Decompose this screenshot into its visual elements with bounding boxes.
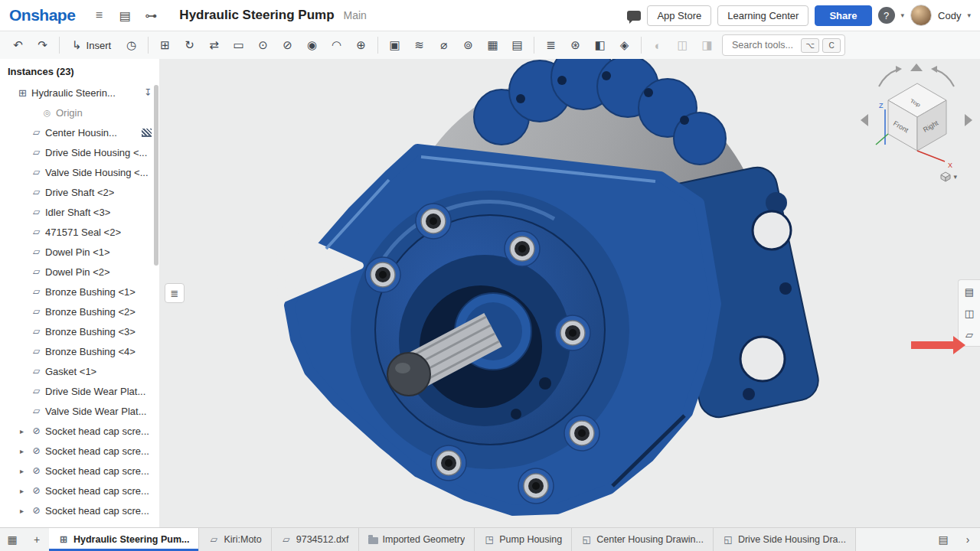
instance-row[interactable]: Dowel Pin <1> (0, 242, 159, 262)
workspace-name[interactable]: Main (344, 9, 367, 21)
instance-row[interactable]: Bronze Bushing <1> (0, 282, 159, 302)
document-tab[interactable]: Pump Housing (475, 528, 572, 551)
toolbar-tool-button[interactable]: ↻ (178, 34, 201, 56)
instance-row[interactable]: Bronze Bushing <4> (0, 341, 159, 361)
instance-row[interactable]: Socket head cap scre... (0, 500, 159, 520)
toolbar-tool-button[interactable]: ◈ (612, 34, 636, 56)
tool-icon: ⊛ (570, 38, 580, 52)
view-cube[interactable]: Top Front Right Z X (858, 60, 977, 183)
toolbar-tool-button[interactable]: ▦ (481, 34, 505, 56)
share-button[interactable]: Share (815, 5, 871, 26)
versions-graph-icon[interactable]: ⊶ (141, 5, 161, 25)
app-store-button[interactable]: App Store (647, 5, 711, 26)
toolbar-tool-button[interactable]: ⊚ (456, 34, 480, 56)
toolbar-tool-button[interactable]: ◨ (695, 34, 719, 56)
help-caret-icon[interactable]: ▾ (901, 11, 905, 19)
instance-row[interactable]: Center Housin... (0, 122, 159, 142)
roll-cw-arrow-icon[interactable] (936, 70, 954, 86)
toolbar-tool-button[interactable]: ▤ (505, 34, 529, 56)
rotate-left-arrow-icon[interactable] (861, 114, 868, 126)
search-tools-box[interactable]: ⌥ C (722, 34, 845, 56)
instance-label: Origin (54, 107, 83, 119)
onshape-logo[interactable]: Onshape (9, 6, 75, 24)
document-tab[interactable]: Hydraulic Steering Pum... (49, 528, 199, 551)
tab-type-icon (368, 537, 378, 544)
roll-ccw-arrow-icon[interactable] (879, 70, 897, 86)
instance-row[interactable]: Bronze Bushing <2> (0, 302, 159, 321)
instance-row[interactable]: Bronze Bushing <3> (0, 321, 159, 341)
document-tab[interactable]: Kiri:Moto (199, 528, 271, 551)
toolbar-tool-button[interactable]: ◐ (646, 34, 670, 56)
toolbar-tool-button[interactable]: ◠ (325, 34, 348, 56)
document-tab[interactable]: Imported Geometry (359, 528, 475, 551)
toolbar-tool-button[interactable]: ≣ (539, 34, 563, 56)
instance-trailing-icon[interactable] (142, 129, 152, 137)
document-tab[interactable]: Center Housing Drawin... (572, 528, 714, 551)
main-menu-icon[interactable]: ≡ (89, 5, 109, 25)
instance-row[interactable]: Idler Shaft <3> (0, 202, 159, 222)
redo-button[interactable]: ↷ (31, 34, 54, 56)
document-tab[interactable]: 9734512.dxf (272, 528, 359, 551)
rotate-up-arrow-icon[interactable] (910, 64, 923, 71)
toolbar-tool-button[interactable]: ⊙ (251, 34, 275, 56)
expand-chevron-icon[interactable] (20, 507, 30, 515)
add-tab-button[interactable]: + (24, 528, 49, 551)
toolbar-tool-button[interactable]: ⊘ (276, 34, 299, 56)
instance-row[interactable]: Drive Side Wear Plat... (0, 381, 159, 401)
user-avatar[interactable] (910, 5, 932, 26)
comments-icon[interactable] (627, 11, 641, 21)
toolbar-tool-button[interactable]: ◧ (588, 34, 612, 56)
document-tab[interactable]: Drive Side Housing Dra... (714, 528, 856, 551)
instance-type-icon (30, 227, 43, 237)
toolbar-tool-button[interactable]: ◫ (671, 34, 694, 56)
expand-chevron-icon[interactable] (20, 427, 30, 435)
toolbar-tool-button[interactable]: ⇄ (202, 34, 226, 56)
learning-center-button[interactable]: Learning Center (717, 5, 808, 26)
instance-row[interactable]: Drive Side Housing <... (0, 142, 159, 162)
toolbar-tool-button[interactable]: ⊛ (564, 34, 587, 56)
instance-row[interactable]: Origin (0, 103, 159, 122)
instances-panel-toggle-button[interactable]: ≣ (165, 283, 185, 303)
tab-list-button[interactable]: ▤ (931, 528, 956, 551)
history-button[interactable]: ◷ (119, 34, 143, 56)
toolbar-tool-button[interactable]: ▣ (383, 34, 407, 56)
instance-row[interactable]: Drive Shaft <2> (0, 182, 159, 202)
undo-button[interactable]: ↶ (6, 34, 30, 56)
instance-row[interactable]: Valve Side Wear Plat... (0, 401, 159, 421)
view-options-button[interactable]: ▾ (936, 171, 962, 183)
toolbar-tool-button[interactable]: ◉ (300, 34, 324, 56)
document-outline-icon[interactable]: ▤ (115, 5, 135, 25)
view-cube-faces[interactable] (888, 83, 946, 151)
instance-row[interactable]: Socket head cap scre... (0, 421, 159, 441)
user-menu-caret-icon[interactable]: ▾ (967, 11, 971, 19)
instance-row[interactable]: Socket head cap scre... (0, 461, 159, 481)
scroll-tabs-right-button[interactable]: › (956, 528, 980, 551)
toolbar-tool-button[interactable]: ⊕ (349, 34, 373, 56)
rotate-right-arrow-icon[interactable] (965, 114, 972, 126)
instance-row[interactable]: Socket head cap scre... (0, 481, 159, 500)
expand-chevron-icon[interactable] (20, 447, 30, 455)
instance-row[interactable]: Socket head cap scre... (0, 441, 159, 461)
instance-row[interactable]: 471571 Seal <2> (0, 222, 159, 242)
toolbar-tool-button[interactable]: ⊞ (153, 34, 177, 56)
instance-row[interactable]: Gasket <1> (0, 361, 159, 381)
instance-row[interactable]: Hydraulic Steerin... (0, 83, 159, 103)
expand-chevron-icon[interactable] (20, 467, 30, 475)
user-name[interactable]: Cody (938, 10, 961, 21)
instance-row[interactable]: Dowel Pin <2> (0, 262, 159, 282)
help-icon[interactable]: ? (878, 7, 895, 24)
toolbar-tool-button[interactable]: ≋ (407, 34, 431, 56)
toolbar-tool-button[interactable]: ▭ (227, 34, 250, 56)
expand-chevron-icon[interactable] (20, 487, 30, 495)
right-rail-panel-button[interactable]: ▤ (960, 282, 978, 302)
search-tools-input[interactable] (730, 39, 798, 51)
insert-button[interactable]: ↳ Insert (64, 34, 119, 56)
right-rail-panel-button[interactable]: ◫ (960, 303, 978, 323)
instance-row[interactable]: Valve Side Housing <... (0, 162, 159, 182)
toolbar-tool-button[interactable]: ⌀ (432, 34, 456, 56)
graphics-viewport[interactable]: ≣ Top Front Right (159, 59, 980, 528)
instance-type-icon (30, 386, 43, 396)
tab-manager-button[interactable]: ▦ (0, 528, 24, 551)
sidebar-scrollbar[interactable] (154, 85, 158, 266)
instance-trailing-icon[interactable] (144, 87, 152, 98)
